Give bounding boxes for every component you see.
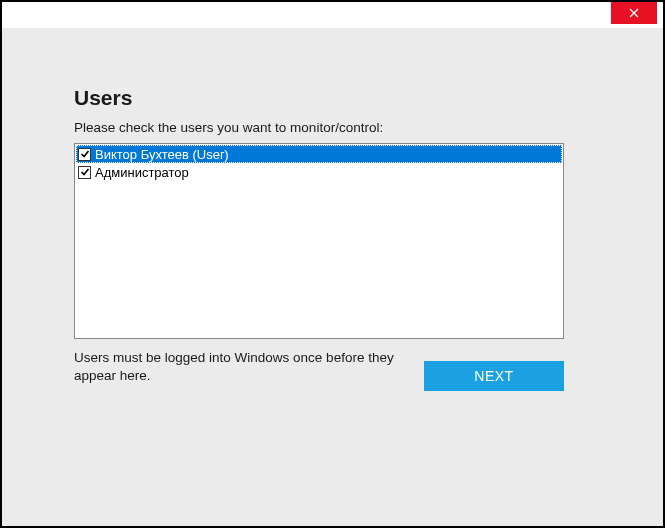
user-list[interactable]: Виктор Бухтеев (User) Администратор [74, 143, 564, 339]
hint-text: Users must be logged into Windows once b… [74, 349, 394, 385]
instruction-text: Please check the users you want to monit… [74, 120, 591, 135]
dialog-window: Users Please check the users you want to… [2, 2, 663, 526]
user-label: Виктор Бухтеев (User) [95, 147, 229, 162]
close-button[interactable] [611, 2, 657, 24]
checkbox[interactable] [78, 148, 91, 161]
checkbox[interactable] [78, 166, 91, 179]
content-area: Users Please check the users you want to… [2, 28, 663, 391]
user-label: Администратор [95, 165, 189, 180]
page-title: Users [74, 86, 591, 110]
footer: Users must be logged into Windows once b… [74, 349, 564, 391]
titlebar [2, 2, 663, 28]
list-item[interactable]: Администратор [76, 163, 562, 181]
close-icon [629, 4, 639, 22]
next-button[interactable]: NEXT [424, 361, 564, 391]
list-item[interactable]: Виктор Бухтеев (User) [76, 145, 562, 163]
